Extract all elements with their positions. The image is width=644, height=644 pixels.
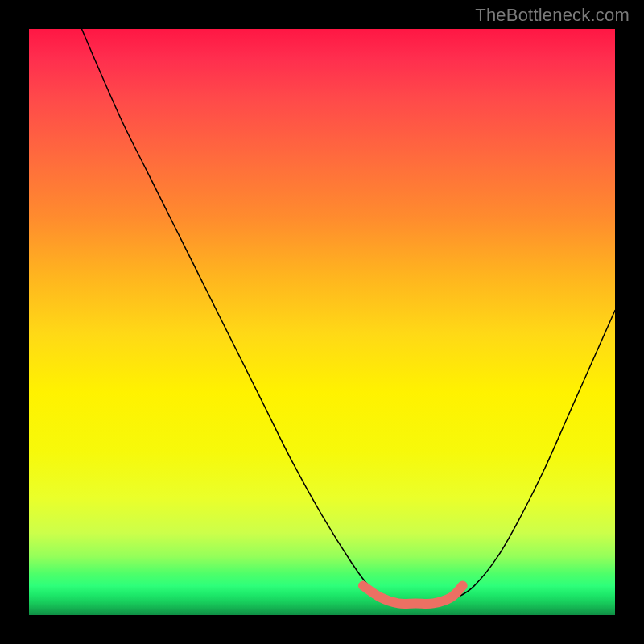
plot-area bbox=[29, 29, 615, 615]
bottleneck-curve bbox=[82, 29, 615, 604]
watermark-text: TheBottleneck.com bbox=[475, 5, 630, 26]
valley-highlight bbox=[363, 586, 463, 604]
chart-frame: TheBottleneck.com bbox=[0, 0, 644, 644]
curve-svg bbox=[29, 29, 615, 615]
